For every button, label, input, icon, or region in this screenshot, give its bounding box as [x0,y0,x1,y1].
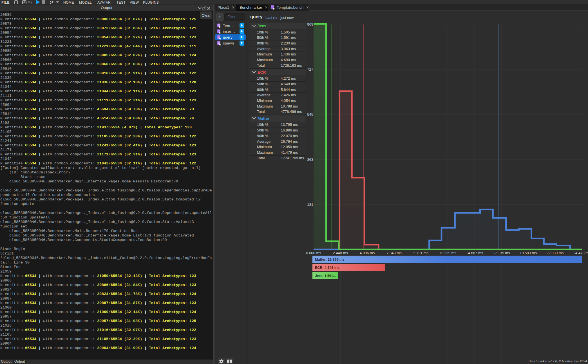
svg-text:ECR: 4.548 ms: ECR: 4.548 ms [315,266,339,270]
svg-text:Matter: 16.896 ms: Matter: 16.896 ms [315,258,345,262]
svg-text:2.448 ms: 2.448 ms [333,251,348,255]
svg-text:14.687 ms: 14.687 ms [466,251,483,255]
svg-text:24.478 ms: 24.478 ms [573,251,588,255]
svg-text:19.583 ms: 19.583 ms [520,251,537,255]
svg-text:12.239 ms: 12.239 ms [439,251,456,255]
svg-text:Jecs: 1.591…: Jecs: 1.591… [315,274,336,278]
svg-text:22.030 ms: 22.030 ms [547,251,564,255]
svg-text:17.135 ms: 17.135 ms [493,251,510,255]
svg-text:9.791 ms: 9.791 ms [413,251,429,255]
svg-text:727: 727 [307,67,313,72]
svg-text:7.343 ms: 7.343 ms [386,251,402,255]
svg-text:0.000 ms: 0.000 ms [306,251,321,255]
svg-text:545: 545 [307,112,313,117]
svg-text:909: 909 [307,22,313,26]
svg-text:4.896 ms: 4.896 ms [360,251,375,255]
svg-text:181: 181 [307,202,313,207]
svg-text:363: 363 [307,157,313,162]
